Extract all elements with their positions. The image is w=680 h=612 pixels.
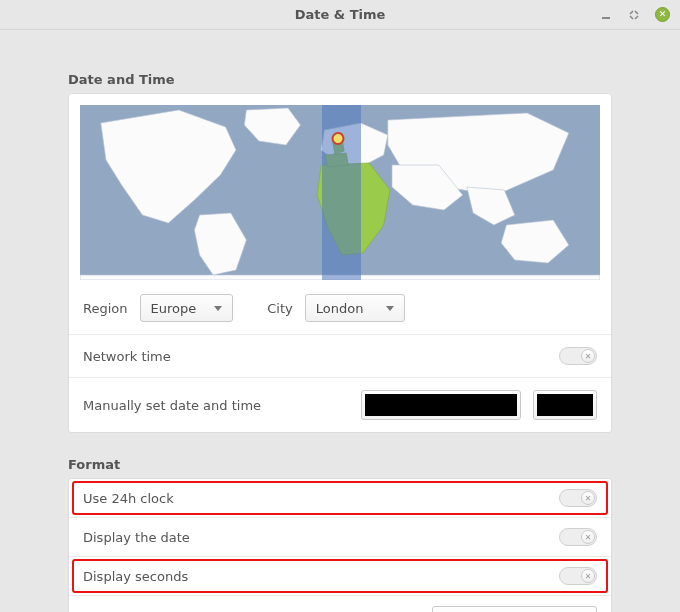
display-seconds-toggle[interactable]: ✕ [559, 567, 597, 585]
date-button[interactable] [361, 390, 521, 420]
manual-datetime-label: Manually set date and time [83, 398, 261, 413]
maximize-icon[interactable] [627, 8, 641, 22]
content: Date and Time [0, 30, 680, 612]
network-time-label: Network time [83, 349, 171, 364]
first-day-select[interactable]: Use locale default [432, 606, 597, 612]
toggle-knob: ✕ [581, 530, 595, 544]
timezone-band [322, 105, 361, 280]
use-24h-toggle[interactable]: ✕ [559, 489, 597, 507]
chevron-down-icon [386, 306, 394, 311]
display-seconds-label: Display seconds [83, 569, 188, 584]
close-icon[interactable] [655, 7, 670, 22]
svg-rect-0 [602, 17, 610, 19]
display-date-label: Display the date [83, 530, 190, 545]
manual-datetime-row: Manually set date and time [69, 377, 611, 432]
map-container [69, 94, 611, 280]
date-time-panel: Region Europe City London Network time ✕… [68, 93, 612, 433]
chevron-down-icon [214, 306, 222, 311]
date-time-heading: Date and Time [68, 72, 662, 87]
first-day-row: First day of week Use locale default [69, 595, 611, 612]
minimize-icon[interactable] [599, 8, 613, 22]
city-value: London [316, 301, 364, 316]
window-title: Date & Time [295, 7, 386, 22]
region-select[interactable]: Europe [140, 294, 234, 322]
city-label: City [267, 301, 292, 316]
toggle-knob: ✕ [581, 569, 595, 583]
region-city-row: Region Europe City London [69, 280, 611, 334]
network-time-toggle[interactable]: ✕ [559, 347, 597, 365]
format-panel: Use 24h clock ✕ Display the date ✕ Displ… [68, 478, 612, 612]
timezone-map[interactable] [80, 105, 600, 280]
city-select[interactable]: London [305, 294, 405, 322]
toggle-knob: ✕ [581, 349, 595, 363]
region-label: Region [83, 301, 128, 316]
display-seconds-row: Display seconds ✕ [69, 556, 611, 595]
titlebar-controls [599, 7, 680, 22]
region-value: Europe [151, 301, 197, 316]
titlebar: Date & Time [0, 0, 680, 30]
use-24h-row: Use 24h clock ✕ [69, 479, 611, 517]
location-pin-icon [331, 132, 344, 145]
toggle-knob: ✕ [581, 491, 595, 505]
display-date-toggle[interactable]: ✕ [559, 528, 597, 546]
network-time-row: Network time ✕ [69, 334, 611, 377]
time-button[interactable] [533, 390, 597, 420]
format-heading: Format [68, 457, 662, 472]
display-date-row: Display the date ✕ [69, 517, 611, 556]
use-24h-label: Use 24h clock [83, 491, 174, 506]
